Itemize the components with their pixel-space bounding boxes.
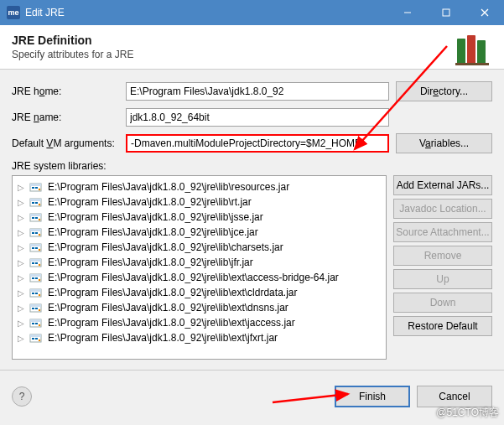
expand-arrow-icon[interactable]: ▷: [18, 183, 26, 192]
source-attachment-button[interactable]: Source Attachment...: [393, 222, 492, 242]
svg-point-47: [39, 294, 40, 296]
close-button[interactable]: [465, 0, 504, 25]
variables-button[interactable]: Variables...: [396, 133, 492, 153]
vm-args-input[interactable]: [126, 134, 389, 153]
svg-point-12: [39, 189, 40, 190]
library-path: E:\Program Files\Java\jdk1.8.0_92\jre\li…: [48, 211, 263, 223]
finish-button[interactable]: Finish: [335, 386, 410, 407]
svg-rect-10: [32, 187, 34, 189]
library-path: E:\Program Files\Java\jdk1.8.0_92\jre\li…: [48, 257, 253, 268]
libraries-tree[interactable]: ▷E:\Program Files\Java\jdk1.8.0_92\jre\l…: [12, 175, 387, 360]
svg-rect-1: [443, 9, 449, 16]
help-button[interactable]: ?: [12, 386, 32, 407]
library-item[interactable]: ▷E:\Program Files\Java\jdk1.8.0_92\jre\l…: [14, 179, 384, 194]
svg-point-32: [39, 249, 40, 251]
expand-arrow-icon[interactable]: ▷: [18, 228, 26, 237]
svg-rect-7: [455, 63, 489, 65]
javadoc-location-button[interactable]: Javadoc Location...: [393, 199, 492, 219]
svg-rect-56: [35, 323, 38, 324]
svg-rect-54: [30, 319, 41, 322]
library-item[interactable]: ▷E:\Program Files\Java\jdk1.8.0_92\jre\l…: [14, 270, 384, 285]
library-path: E:\Program Files\Java\jdk1.8.0_92\jre\li…: [48, 287, 297, 298]
svg-rect-24: [30, 229, 41, 231]
svg-rect-45: [32, 293, 34, 294]
move-down-button[interactable]: Down: [393, 293, 492, 313]
library-icon: [454, 32, 492, 70]
library-path: E:\Program Files\Java\jdk1.8.0_92\jre\li…: [48, 226, 258, 238]
libraries-label: JRE system libraries:: [12, 160, 492, 172]
banner-subtext: Specify attributes for a JRE: [12, 49, 133, 60]
svg-rect-36: [35, 262, 38, 264]
move-up-button[interactable]: Up: [393, 269, 492, 289]
svg-rect-26: [35, 232, 38, 234]
svg-rect-34: [30, 259, 41, 262]
library-item[interactable]: ▷E:\Program Files\Java\jdk1.8.0_92\jre\l…: [14, 240, 384, 255]
library-path: E:\Program Files\Java\jdk1.8.0_92\jre\li…: [48, 317, 295, 329]
library-path: E:\Program Files\Java\jdk1.8.0_92\jre\li…: [48, 181, 289, 193]
svg-rect-50: [32, 308, 34, 309]
svg-rect-41: [35, 277, 38, 279]
add-external-jars-button[interactable]: Add External JARs...: [393, 175, 492, 195]
svg-point-52: [39, 309, 40, 311]
svg-rect-16: [35, 202, 38, 204]
restore-default-button[interactable]: Restore Default: [393, 316, 492, 336]
library-path: E:\Program Files\Java\jdk1.8.0_92\jre\li…: [48, 241, 283, 253]
svg-point-17: [39, 204, 40, 205]
svg-rect-20: [32, 217, 34, 219]
expand-arrow-icon[interactable]: ▷: [18, 319, 26, 328]
library-item[interactable]: ▷E:\Program Files\Java\jdk1.8.0_92\jre\l…: [14, 255, 384, 270]
library-item[interactable]: ▷E:\Program Files\Java\jdk1.8.0_92\jre\l…: [14, 330, 384, 345]
svg-rect-15: [32, 202, 34, 204]
svg-point-62: [39, 339, 40, 341]
library-path: E:\Program Files\Java\jdk1.8.0_92\jre\li…: [48, 332, 278, 344]
library-item[interactable]: ▷E:\Program Files\Java\jdk1.8.0_92\jre\l…: [14, 300, 384, 315]
banner-heading: JRE Definition: [12, 34, 133, 47]
svg-point-42: [39, 279, 40, 281]
maximize-button[interactable]: [427, 0, 465, 25]
library-item[interactable]: ▷E:\Program Files\Java\jdk1.8.0_92\jre\l…: [14, 285, 384, 300]
svg-rect-59: [30, 334, 41, 337]
svg-rect-46: [35, 293, 38, 294]
expand-arrow-icon[interactable]: ▷: [18, 334, 26, 343]
expand-arrow-icon[interactable]: ▷: [18, 303, 26, 313]
library-path: E:\Program Files\Java\jdk1.8.0_92\jre\li…: [48, 196, 252, 208]
expand-arrow-icon[interactable]: ▷: [18, 258, 26, 267]
svg-rect-19: [30, 214, 41, 216]
directory-button[interactable]: Directory...: [396, 81, 492, 101]
minimize-button[interactable]: [388, 0, 427, 25]
svg-point-27: [39, 234, 40, 236]
svg-point-22: [39, 219, 40, 220]
svg-point-37: [39, 264, 40, 266]
svg-rect-31: [35, 247, 38, 249]
library-item[interactable]: ▷E:\Program Files\Java\jdk1.8.0_92\jre\l…: [14, 315, 384, 330]
svg-rect-6: [477, 40, 486, 64]
svg-rect-55: [32, 323, 34, 324]
svg-rect-60: [32, 338, 34, 339]
svg-rect-14: [30, 199, 41, 201]
jre-name-input[interactable]: [126, 108, 389, 127]
svg-rect-11: [35, 187, 38, 189]
title-bar: me Edit JRE: [0, 0, 504, 25]
svg-rect-5: [467, 35, 475, 64]
library-item[interactable]: ▷E:\Program Files\Java\jdk1.8.0_92\jre\l…: [14, 210, 384, 225]
cancel-button[interactable]: Cancel: [417, 386, 492, 407]
expand-arrow-icon[interactable]: ▷: [18, 243, 26, 252]
jre-name-label: JRE name:: [12, 111, 126, 123]
svg-rect-9: [30, 184, 41, 186]
library-item[interactable]: ▷E:\Program Files\Java\jdk1.8.0_92\jre\l…: [14, 194, 384, 210]
library-item[interactable]: ▷E:\Program Files\Java\jdk1.8.0_92\jre\l…: [14, 225, 384, 240]
jre-home-input[interactable]: [126, 82, 389, 101]
svg-point-57: [39, 324, 40, 326]
expand-arrow-icon[interactable]: ▷: [18, 273, 26, 282]
window-title: Edit JRE: [25, 7, 388, 18]
remove-button[interactable]: Remove: [393, 246, 492, 266]
svg-rect-21: [35, 217, 38, 219]
expand-arrow-icon[interactable]: ▷: [18, 198, 26, 207]
svg-rect-51: [35, 308, 38, 309]
library-path: E:\Program Files\Java\jdk1.8.0_92\jre\li…: [48, 302, 288, 314]
app-icon: me: [7, 6, 20, 19]
svg-rect-44: [30, 289, 41, 292]
banner: JRE Definition Specify attributes for a …: [0, 25, 504, 70]
expand-arrow-icon[interactable]: ▷: [18, 288, 26, 298]
expand-arrow-icon[interactable]: ▷: [18, 213, 26, 222]
